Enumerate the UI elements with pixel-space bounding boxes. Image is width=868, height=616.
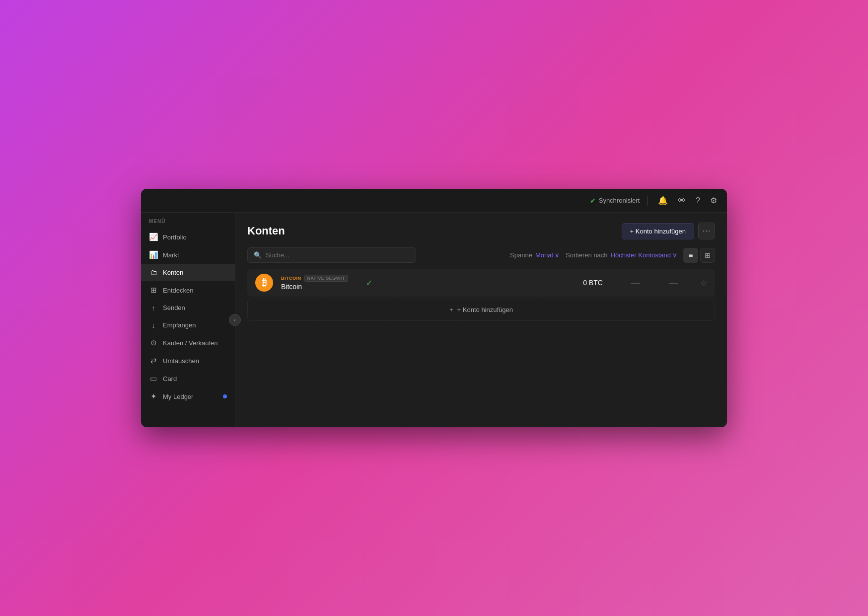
sort-value[interactable]: Höchster Kontostand ∨ xyxy=(611,251,677,259)
account-info: BITCOIN NATIVE SEGWIT Bitcoin xyxy=(281,275,348,291)
sidebar-item-portfolio[interactable]: 📈 Portfolio xyxy=(141,228,235,246)
add-account-label: + Konto hinzufügen xyxy=(457,306,513,313)
eye-icon[interactable]: 👁 xyxy=(676,194,688,207)
sidebar-item-empfangen[interactable]: ↓ Empfangen xyxy=(141,316,235,334)
plus-icon: + xyxy=(449,306,453,313)
myledger-icon: ✦ xyxy=(149,392,158,401)
portfolio-icon: 📈 xyxy=(149,232,158,241)
sidebar-item-label: Senden xyxy=(163,304,185,311)
content-toolbar: 🔍 Spanne Monat ∨ Sortieren nach xyxy=(235,247,727,269)
sidebar-item-kaufen[interactable]: ⊙ Kaufen / Verkaufen xyxy=(141,334,235,352)
table-row[interactable]: ₿ BITCOIN NATIVE SEGWIT Bitcoin ✓ 0 BTC … xyxy=(247,269,715,297)
account-change-dash: — xyxy=(658,278,688,288)
sidebar-item-label: Markt xyxy=(163,251,179,259)
app-window: ✔ Synchronisiert 🔔 👁 ? ⚙ ‹ MENÜ 📈 Portfo… xyxy=(141,189,727,427)
kaufen-icon: ⊙ xyxy=(149,338,158,347)
span-filter: Spanne Monat ∨ xyxy=(510,251,560,259)
bitcoin-icon: ₿ xyxy=(255,274,273,292)
sidebar-item-umtauschen[interactable]: ⇄ Umtauschen xyxy=(141,352,235,370)
konten-icon: 🗂 xyxy=(149,268,158,277)
sidebar-item-label: Entdecken xyxy=(163,287,193,294)
sidebar-menu-label: MENÜ xyxy=(141,219,235,228)
sidebar-item-label: Empfangen xyxy=(163,321,196,329)
sidebar-item-label: Kaufen / Verkaufen xyxy=(163,339,218,347)
help-icon[interactable]: ? xyxy=(694,194,702,207)
sidebar-item-myledger[interactable]: ✦ My Ledger xyxy=(141,387,235,405)
sidebar-item-label: Umtauschen xyxy=(163,357,199,365)
sidebar-item-label: Card xyxy=(163,375,177,383)
account-list: ₿ BITCOIN NATIVE SEGWIT Bitcoin ✓ 0 BTC … xyxy=(235,269,727,427)
page-title: Konten xyxy=(247,225,285,237)
empfangen-icon: ↓ xyxy=(149,321,158,329)
sync-indicator: ✔ Synchronisiert xyxy=(590,197,640,205)
sidebar-item-markt[interactable]: 📊 Markt xyxy=(141,246,235,264)
content-area: Konten + Konto hinzufügen ··· 🔍 Spanne M xyxy=(235,213,727,427)
search-icon: 🔍 xyxy=(254,251,262,259)
sidebar-item-label: Konten xyxy=(163,269,183,276)
more-options-button[interactable]: ··· xyxy=(698,223,715,239)
card-icon: ▭ xyxy=(149,374,158,383)
toolbar-right: Spanne Monat ∨ Sortieren nach Höchster K… xyxy=(510,248,715,263)
add-account-button[interactable]: + Konto hinzufügen xyxy=(622,223,694,239)
chevron-down-icon: ∨ xyxy=(555,251,560,259)
settings-icon[interactable]: ⚙ xyxy=(708,194,719,207)
account-balance: 0 BTC xyxy=(573,279,613,287)
search-input[interactable] xyxy=(266,251,410,259)
umtauschen-icon: ⇄ xyxy=(149,356,158,365)
account-type-badge: NATIVE SEGWIT xyxy=(304,275,348,282)
chevron-down-icon: ∨ xyxy=(672,251,677,259)
sidebar-item-senden[interactable]: ↑ Senden xyxy=(141,299,235,316)
span-label: Spanne xyxy=(510,251,532,259)
sidebar: ‹ MENÜ 📈 Portfolio 📊 Markt 🗂 Konten ⊞ En… xyxy=(141,213,235,427)
grid-view-button[interactable]: ⊞ xyxy=(700,248,715,263)
content-header: Konten + Konto hinzufügen ··· xyxy=(235,213,727,247)
sync-icon: ✔ xyxy=(590,197,596,205)
top-bar: ✔ Synchronisiert 🔔 👁 ? ⚙ xyxy=(141,189,727,213)
search-box[interactable]: 🔍 xyxy=(247,247,416,263)
notification-dot xyxy=(223,394,227,398)
bell-icon[interactable]: 🔔 xyxy=(656,194,670,207)
sidebar-item-label: My Ledger xyxy=(163,393,193,400)
main-layout: ‹ MENÜ 📈 Portfolio 📊 Markt 🗂 Konten ⊞ En… xyxy=(141,213,727,427)
account-name-row: BITCOIN NATIVE SEGWIT xyxy=(281,275,348,282)
senden-icon: ↑ xyxy=(149,304,158,312)
markt-icon: 📊 xyxy=(149,250,158,259)
sync-check-icon: ✓ xyxy=(366,278,372,288)
sidebar-collapse-button[interactable]: ‹ xyxy=(229,314,241,326)
sidebar-item-label: Portfolio xyxy=(163,233,187,241)
sidebar-item-entdecken[interactable]: ⊞ Entdecken xyxy=(141,281,235,299)
crypto-label: BITCOIN xyxy=(281,276,301,281)
view-toggle: ≡ ⊞ xyxy=(683,248,715,263)
list-view-button[interactable]: ≡ xyxy=(683,248,698,263)
entdecken-icon: ⊞ xyxy=(149,286,158,295)
favorite-star-icon[interactable]: ☆ xyxy=(700,278,707,288)
sync-label: Synchronisiert xyxy=(599,197,640,204)
header-actions: + Konto hinzufügen ··· xyxy=(622,223,715,239)
add-account-row[interactable]: + + Konto hinzufügen xyxy=(247,299,715,321)
sidebar-item-konten[interactable]: 🗂 Konten xyxy=(141,264,235,281)
account-value-dash: — xyxy=(621,278,651,288)
sort-filter: Sortieren nach Höchster Kontostand ∨ xyxy=(566,251,677,259)
account-name: Bitcoin xyxy=(281,283,348,291)
sort-label: Sortieren nach xyxy=(566,251,608,259)
sidebar-item-card[interactable]: ▭ Card xyxy=(141,370,235,387)
span-value[interactable]: Monat ∨ xyxy=(535,251,560,259)
topbar-divider xyxy=(648,196,648,206)
